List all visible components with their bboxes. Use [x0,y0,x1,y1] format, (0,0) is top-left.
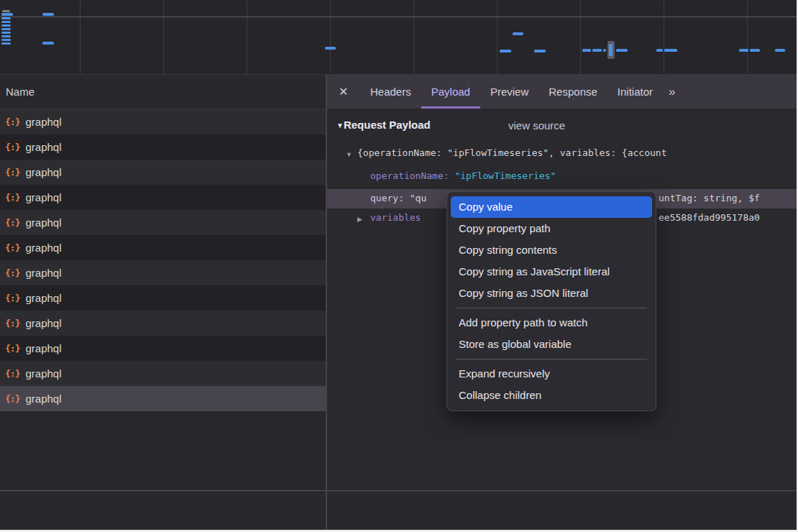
request-timing-bar[interactable] [603,49,606,52]
overview-gridline [247,0,247,74]
menu-item-copy-string-as-javascript-literal[interactable]: Copy string as JavaScript literal [451,261,652,283]
request-row[interactable]: {:}graphql [0,235,326,260]
request-timing-bar[interactable] [750,49,760,52]
overview-gridline [497,0,497,74]
request-row[interactable]: {:}graphql [0,109,326,134]
selected-request-marker[interactable] [607,41,615,59]
tab-payload[interactable]: Payload [421,75,480,109]
request-timing-bar[interactable] [1,17,11,19]
header-band: Name ✕ HeadersPayloadPreviewResponseInit… [0,75,797,109]
request-timing-bar[interactable] [42,42,54,45]
request-timing-bar[interactable] [739,49,748,52]
request-timing-bar[interactable] [1,32,11,34]
menu-item-collapse-children[interactable]: Collapse children [451,385,652,406]
selected-request-marker-bar [609,44,613,56]
request-name: graphql [25,393,61,405]
payload-preview-line[interactable]: {operationName: "ipFlowTimeseries", vari… [357,147,666,158]
overview-gridline-horizontal [0,17,797,17]
menu-item-copy-property-path[interactable]: Copy property path [451,218,652,239]
devtools-screenshot: Name ✕ HeadersPayloadPreviewResponseInit… [0,0,798,532]
request-timing-bar[interactable] [325,47,336,50]
request-row[interactable]: {:}graphql [0,386,326,411]
request-timing-bar[interactable] [1,42,11,45]
request-timing-bar[interactable] [2,10,10,12]
menu-item-expand-recursively[interactable]: Expand recursively [451,363,652,385]
request-name: graphql [25,367,61,380]
json-doc-icon: {:} [5,242,19,253]
request-row[interactable]: {:}graphql [0,260,326,285]
menu-separator [456,359,647,359]
tree-caret-down-icon[interactable]: ▼ [346,151,352,158]
name-column-label: Name [0,86,35,98]
request-timing-bar[interactable] [775,49,785,52]
request-timing-bar[interactable] [534,50,546,52]
menu-item-store-as-global-variable[interactable]: Store as global variable [451,334,652,355]
request-timing-bar[interactable] [42,13,54,16]
request-name: graphql [25,267,61,279]
json-doc-icon: {:} [5,167,19,178]
panel-divider[interactable] [326,75,327,530]
menu-item-copy-value[interactable]: Copy value [451,196,652,218]
request-timing-bar[interactable] [1,24,11,27]
footer-divider [0,490,797,491]
tab-headers[interactable]: Headers [360,75,421,109]
network-overview[interactable] [0,0,797,75]
overview-gridline [330,0,331,74]
details-tabbar: ✕ HeadersPayloadPreviewResponseInitiator… [326,75,797,109]
request-row[interactable]: {:}graphql [0,285,326,311]
json-doc-icon: {:} [5,318,19,329]
overview-gridline [80,0,81,74]
variables-row[interactable]: variables [370,212,421,223]
request-timing-bar[interactable] [500,50,511,52]
request-timing-bar[interactable] [1,28,11,30]
menu-item-copy-string-contents[interactable]: Copy string contents [451,239,652,261]
summary-footer [0,491,797,530]
request-timing-bar[interactable] [513,32,523,35]
close-icon[interactable]: ✕ [339,85,360,98]
request-timing-bar[interactable] [616,49,628,52]
request-name: graphql [25,342,61,354]
json-doc-icon: {:} [5,192,19,203]
request-name: graphql [25,242,61,254]
request-payload-title[interactable]: ▼Request Payload [336,119,431,131]
name-column-header[interactable]: Name [0,75,326,109]
json-doc-icon: {:} [5,116,19,127]
request-timing-bar[interactable] [1,39,11,41]
request-row[interactable]: {:}graphql [0,210,326,235]
request-timing-bar[interactable] [1,35,11,37]
context-menu: Copy valueCopy property pathCopy string … [446,191,656,411]
request-name: graphql [25,116,61,128]
overview-gridline [163,0,164,74]
tree-caret-right-icon[interactable]: ▶ [357,216,362,223]
json-doc-icon: {:} [5,217,19,228]
request-timing-bar[interactable] [664,49,677,52]
tab-response[interactable]: Response [538,75,607,109]
request-row[interactable]: {:}graphql [0,336,326,361]
request-name: graphql [25,141,61,153]
request-row[interactable]: {:}graphql [0,311,326,336]
request-row[interactable]: {:}graphql [0,134,326,160]
request-timing-bar[interactable] [582,49,591,52]
request-timing-bar[interactable] [592,49,602,52]
variables-row-right-fragment: ee5588fdad995178a0 [659,212,760,223]
request-row[interactable]: {:}graphql [0,185,326,210]
tab-preview[interactable]: Preview [480,75,538,109]
tab-initiator[interactable]: Initiator [607,75,663,109]
query-row[interactable]: query: "qu [370,193,426,203]
json-doc-icon: {:} [5,343,19,354]
view-source-link[interactable]: view source [508,119,565,132]
operation-name-row[interactable]: operationName: "ipFlowTimeseries" [370,170,556,181]
menu-item-add-property-path-to-watch[interactable]: Add property path to watch [451,312,652,334]
request-row[interactable]: {:}graphql [0,361,326,386]
json-doc-icon: {:} [5,267,19,278]
request-timing-bar[interactable] [1,13,13,16]
request-list: {:}graphql{:}graphql{:}graphql{:}graphql… [0,109,326,490]
request-timing-bar[interactable] [656,49,663,52]
request-timing-bar[interactable] [1,21,11,23]
section-caret-icon: ▼ [336,121,344,129]
menu-item-copy-string-as-json-literal[interactable]: Copy string as JSON literal [451,283,652,304]
overview-gridline [664,0,664,74]
json-doc-icon: {:} [5,368,19,379]
request-row[interactable]: {:}graphql [0,160,326,185]
more-tabs-icon[interactable]: » [669,85,674,99]
